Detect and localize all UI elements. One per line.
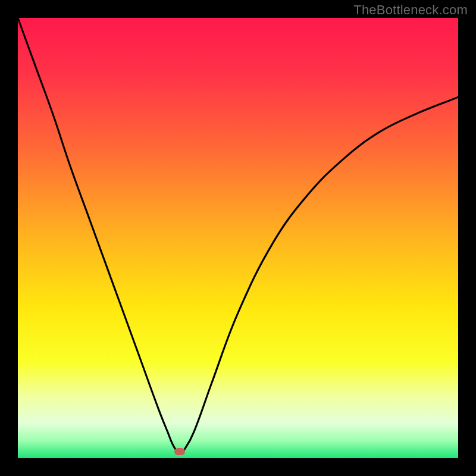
plot-area: [18, 18, 458, 458]
bottleneck-curve: [18, 18, 458, 458]
optimum-marker: [174, 448, 185, 455]
chart-frame: TheBottleneck.com: [0, 0, 476, 476]
watermark-text: TheBottleneck.com: [353, 2, 468, 18]
